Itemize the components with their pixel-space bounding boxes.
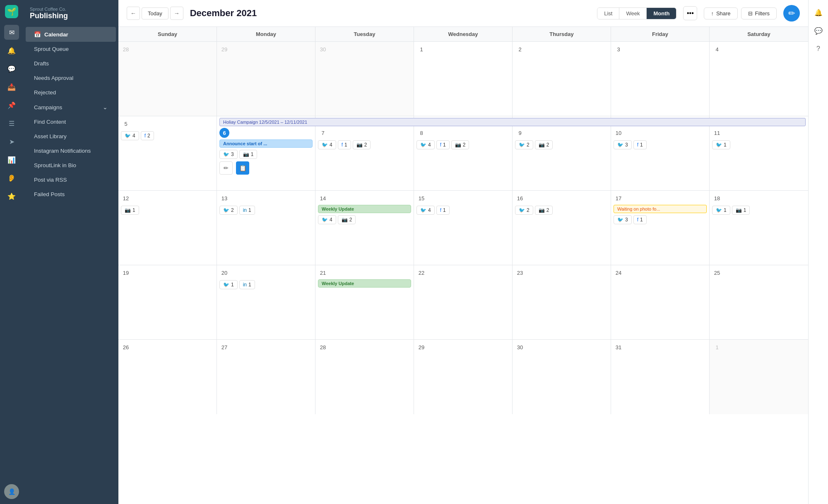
twitter-icon: 🐦 bbox=[125, 133, 131, 139]
instagram-badge[interactable]: 📷2 bbox=[535, 206, 553, 215]
instagram-icon: 📷 bbox=[539, 142, 545, 148]
twitter-badge[interactable]: 🐦2 bbox=[219, 206, 238, 215]
user-avatar[interactable]: 👤 bbox=[4, 484, 19, 499]
day-number: 30 bbox=[318, 44, 328, 54]
weekly-update-event-14[interactable]: Weekly Update bbox=[318, 205, 411, 213]
edit-action-button[interactable]: ✏ bbox=[219, 161, 233, 175]
listening-icon[interactable]: 👂 bbox=[4, 170, 19, 185]
cal-cell-jan1: 1 bbox=[710, 340, 808, 414]
twitter-badge[interactable]: 🐦4 bbox=[318, 215, 336, 224]
inbox-icon[interactable]: 📥 bbox=[4, 79, 19, 94]
twitter-badge[interactable]: 🐦4 bbox=[121, 131, 139, 140]
cal-cell-dec16: 16 🐦2 📷2 bbox=[513, 191, 611, 265]
twitter-badge[interactable]: 🐦1 bbox=[219, 280, 238, 289]
instagram-badge[interactable]: 📷1 bbox=[121, 206, 139, 215]
posts-row: 🐦4 📷2 bbox=[318, 214, 411, 225]
schedule-action-button[interactable]: 📋 bbox=[236, 161, 249, 175]
bell-icon[interactable]: 🔔 bbox=[811, 5, 826, 20]
facebook-badge[interactable]: f1 bbox=[633, 140, 647, 149]
cal-cell-dec19: 19 bbox=[118, 265, 217, 340]
facebook-badge[interactable]: f1 bbox=[338, 140, 351, 149]
facebook-badge[interactable]: f2 bbox=[141, 131, 154, 140]
messages-icon[interactable]: 💬 bbox=[4, 61, 19, 76]
cal-cell-nov28: 28 bbox=[118, 42, 217, 116]
sidebar-item-instagram-notifications[interactable]: Instagram Notifications bbox=[26, 144, 116, 158]
today-button[interactable]: Today bbox=[142, 7, 168, 19]
instagram-icon: 📷 bbox=[125, 207, 131, 213]
waiting-tag[interactable]: Waiting on photo fo... bbox=[614, 205, 707, 213]
posts-row: 🐦3 f1 bbox=[614, 214, 707, 225]
facebook-badge[interactable]: f1 bbox=[436, 140, 450, 149]
tasks-icon[interactable]: 📌 bbox=[4, 98, 19, 113]
help-icon[interactable]: ? bbox=[811, 41, 826, 56]
sidebar-item-post-via-rss[interactable]: Post via RSS bbox=[26, 173, 116, 187]
prev-button[interactable]: ← bbox=[127, 7, 140, 20]
sidebar-item-find-content[interactable]: Find Content bbox=[26, 115, 116, 129]
twitter-badge[interactable]: 🐦4 bbox=[318, 140, 336, 149]
publishing-icon[interactable]: ✉ bbox=[4, 25, 19, 40]
filters-button[interactable]: ⊟ Filters bbox=[741, 7, 777, 19]
cal-cell-dec22: 22 bbox=[414, 265, 513, 340]
sidebar-item-asset-library[interactable]: Asset Library bbox=[26, 129, 116, 144]
twitter-badge[interactable]: 🐦1 bbox=[712, 140, 730, 149]
send-icon[interactable]: ➤ bbox=[4, 134, 19, 149]
sidebar-item-sprout-queue[interactable]: Sprout Queue bbox=[26, 42, 116, 56]
instagram-badge[interactable]: 📷1 bbox=[732, 206, 750, 215]
next-button[interactable]: → bbox=[170, 7, 183, 20]
week-row-2: 5 🐦4 f2 Holiay Campaign 12/5/2021 – 12/1… bbox=[118, 116, 808, 191]
twitter-badge[interactable]: 🐦2 bbox=[515, 206, 533, 215]
cal-cell-dec24: 24 bbox=[611, 265, 710, 340]
instagram-icon: 📷 bbox=[539, 207, 545, 213]
instagram-badge[interactable]: 📷2 bbox=[451, 140, 469, 149]
nav-icon[interactable]: ☰ bbox=[4, 116, 19, 131]
twitter-badge[interactable]: 🐦3 bbox=[614, 215, 632, 224]
day-number: 8 bbox=[416, 128, 426, 138]
comment-icon[interactable]: 💬 bbox=[811, 23, 826, 38]
posts-row: 🐦3 f1 bbox=[614, 139, 707, 150]
cal-cell-dec23: 23 bbox=[513, 265, 611, 340]
twitter-badge[interactable]: 🐦3 bbox=[614, 140, 632, 149]
analytics-icon[interactable]: 📊 bbox=[4, 152, 19, 167]
twitter-badge[interactable]: 🐦3 bbox=[219, 150, 238, 159]
share-button[interactable]: ↑ Share bbox=[704, 7, 737, 19]
share-icon: ↑ bbox=[711, 10, 714, 17]
cal-cell-dec15: 15 🐦4 f1 bbox=[414, 191, 513, 265]
linkedin-icon: in bbox=[243, 207, 247, 213]
posts-row: 🐦4 f1 bbox=[416, 205, 510, 216]
twitter-badge[interactable]: 🐦4 bbox=[416, 206, 435, 215]
instagram-badge[interactable]: 📷2 bbox=[338, 215, 356, 224]
star-icon[interactable]: ⭐ bbox=[4, 189, 19, 204]
linkedin-badge[interactable]: in1 bbox=[239, 206, 255, 215]
twitter-badge[interactable]: 🐦4 bbox=[416, 140, 435, 149]
compose-button[interactable]: ✏ bbox=[783, 5, 800, 22]
sidebar-item-campaigns[interactable]: Campaigns ⌄ bbox=[26, 100, 116, 115]
facebook-icon: f bbox=[144, 133, 146, 139]
week-view-button[interactable]: Week bbox=[619, 8, 647, 19]
sidebar-item-drafts[interactable]: Drafts bbox=[26, 56, 116, 71]
linkedin-badge[interactable]: in1 bbox=[239, 280, 255, 289]
announce-event[interactable]: Announce start of ... bbox=[219, 139, 313, 148]
campaign-banner[interactable]: Holiay Campaign 12/5/2021 – 12/11/2021 bbox=[219, 118, 806, 126]
notifications-icon[interactable]: 🔔 bbox=[4, 43, 19, 58]
sidebar-item-sproutlink[interactable]: SproutLink in Bio bbox=[26, 158, 116, 173]
more-options-button[interactable]: ••• bbox=[683, 6, 697, 20]
month-view-button[interactable]: Month bbox=[647, 8, 676, 19]
posts-row: 🐦4 f1 📷2 bbox=[416, 139, 510, 150]
sidebar-item-rejected[interactable]: Rejected bbox=[26, 85, 116, 100]
cal-cell-nov29: 29 bbox=[217, 42, 315, 116]
day-number: 4 bbox=[712, 44, 722, 54]
instagram-badge[interactable]: 📷2 bbox=[353, 140, 371, 149]
twitter-badge[interactable]: 🐦1 bbox=[712, 206, 730, 215]
instagram-badge[interactable]: 📷1 bbox=[239, 150, 258, 159]
list-view-button[interactable]: List bbox=[597, 8, 619, 19]
cal-cell-dec21: 21 Weekly Update bbox=[315, 265, 414, 340]
sidebar-item-needs-approval[interactable]: Needs Approval bbox=[26, 71, 116, 85]
facebook-badge[interactable]: f1 bbox=[436, 206, 450, 215]
sidebar-item-calendar[interactable]: 📅Calendar bbox=[26, 27, 116, 42]
facebook-badge[interactable]: f1 bbox=[633, 215, 647, 224]
instagram-badge[interactable]: 📷2 bbox=[535, 140, 553, 149]
weekly-update-event-21[interactable]: Weekly Update bbox=[318, 279, 411, 288]
twitter-badge[interactable]: 🐦2 bbox=[515, 140, 533, 149]
day-header-sunday: Sunday bbox=[118, 27, 217, 41]
sidebar-item-failed-posts[interactable]: Failed Posts bbox=[26, 187, 116, 202]
